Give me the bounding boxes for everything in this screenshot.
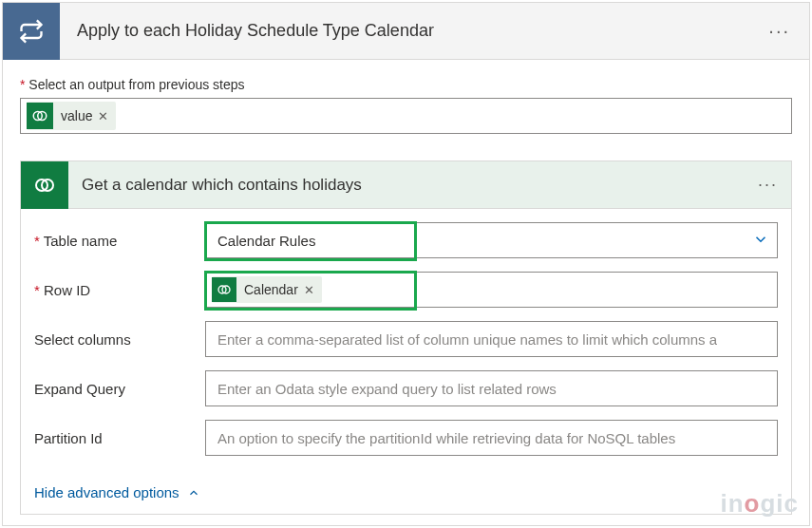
row-id-token[interactable]: Calendar ✕ [212, 276, 322, 303]
loop-icon [3, 3, 60, 60]
param-row-select-columns: Select columns Enter a comma-separated l… [34, 321, 778, 357]
partition-id-label: Partition Id [34, 430, 205, 446]
expand-query-input[interactable]: Enter an Odata style expand query to lis… [205, 370, 778, 406]
table-name-label: * Table name [34, 233, 205, 249]
required-star: * [34, 282, 40, 298]
more-button[interactable]: ··· [745, 161, 791, 209]
select-columns-label: Select columns [34, 331, 205, 348]
hide-advanced-options-link[interactable]: Hide advanced options [21, 475, 214, 514]
dataverse-icon [212, 277, 236, 302]
output-section: * Select an output from previous steps v… [3, 60, 809, 143]
output-label: * Select an output from previous steps [20, 77, 792, 92]
expand-query-label: Expand Query [34, 381, 205, 397]
table-name-select[interactable]: Calendar Rules [205, 222, 778, 258]
row-id-token-label: Calendar [244, 282, 298, 297]
remove-token-icon[interactable]: ✕ [98, 109, 108, 123]
output-input[interactable]: value ✕ [20, 98, 792, 134]
param-row-table-name: * Table name Calendar Rules [34, 222, 778, 258]
partition-id-input[interactable]: An option to specify the partitionId whi… [205, 420, 778, 456]
output-token[interactable]: value ✕ [27, 102, 116, 130]
param-row-partition-id: Partition Id An option to specify the pa… [34, 420, 778, 456]
dataverse-icon [27, 103, 53, 129]
table-name-value: Calendar Rules [206, 233, 745, 249]
output-token-label: value [61, 108, 92, 123]
advanced-options-text: Hide advanced options [34, 484, 179, 500]
param-row-expand-query: Expand Query Enter an Odata style expand… [34, 370, 778, 406]
apply-to-each-title: Apply to each Holiday Schedule Type Cale… [60, 21, 749, 41]
output-label-text: Select an output from previous steps [28, 77, 244, 92]
get-row-action-card: Get a calendar which contains holidays ·… [20, 160, 792, 515]
row-id-input[interactable]: Calendar ✕ [205, 272, 778, 308]
param-row-row-id: * Row ID Calendar ✕ [34, 272, 778, 308]
get-row-title: Get a calendar which contains holidays [68, 176, 745, 195]
select-columns-input[interactable]: Enter a comma-separated list of column u… [205, 321, 778, 357]
apply-to-each-card: Apply to each Holiday Schedule Type Cale… [2, 2, 810, 526]
required-star: * [34, 233, 40, 249]
dataverse-icon [21, 161, 68, 209]
row-id-label: * Row ID [34, 282, 205, 298]
expand-query-placeholder: Enter an Odata style expand query to lis… [206, 381, 557, 397]
more-button[interactable]: ··· [749, 3, 809, 60]
chevron-up-icon [187, 486, 200, 500]
partition-id-placeholder: An option to specify the partitionId whi… [206, 430, 675, 446]
select-columns-placeholder: Enter a comma-separated list of column u… [206, 331, 717, 348]
required-star: * [20, 77, 25, 92]
remove-token-icon[interactable]: ✕ [304, 283, 314, 297]
apply-to-each-header[interactable]: Apply to each Holiday Schedule Type Cale… [3, 3, 809, 60]
get-row-header[interactable]: Get a calendar which contains holidays ·… [21, 161, 791, 209]
chevron-down-icon[interactable] [745, 231, 777, 251]
